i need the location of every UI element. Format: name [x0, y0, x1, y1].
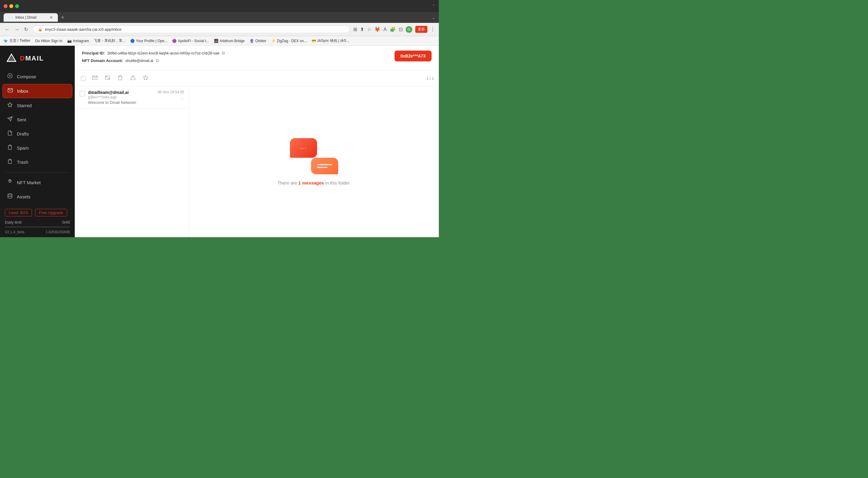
bubble-dots: ··· — [300, 144, 307, 151]
bookmark-instagram[interactable]: 📷Instagram — [67, 39, 89, 43]
logo: DMAIL — [0, 46, 75, 70]
sent-icon — [7, 116, 13, 123]
menu-icon[interactable]: ⋮ — [430, 27, 435, 32]
translate-icon[interactable]: ⊞ — [353, 27, 357, 32]
mark-unread-button[interactable] — [103, 74, 112, 83]
daily-limit-value: 0/40 — [62, 220, 70, 225]
copy-principal-icon[interactable]: ⧉ — [222, 50, 225, 56]
level-badge: Level: BAS — [5, 209, 32, 216]
star-toolbar-button[interactable] — [141, 74, 150, 83]
empty-state: ··· There are 1 messages in this folder. — [189, 87, 439, 237]
copy-nft-icon[interactable]: ⧉ — [156, 58, 159, 63]
chat-bubbles-illustration: ··· — [290, 138, 338, 174]
active-tab[interactable]: ✉️ Inbox | Dmail ✕ — [4, 13, 58, 22]
sidebar-item-label-nft: NFT Market — [17, 180, 41, 185]
sidebar-footer: Level: BAS Free Upgrade Daily limit 0/40… — [0, 204, 75, 237]
bookmark-zksync[interactable]: 💳zkSync 钱包 | zkS... — [312, 38, 349, 43]
bookmark-icon[interactable]: ☆ — [367, 27, 371, 32]
sidebar-item-sent[interactable]: Sent — [2, 113, 72, 127]
maximize-button[interactable] — [15, 4, 19, 8]
bookmark-apollo[interactable]: 🟣ApolloFi - Social t... — [172, 39, 209, 43]
progress-bar — [5, 226, 70, 228]
assets-icon — [7, 193, 13, 200]
sidebar-item-label-drafts: Drafts — [17, 131, 29, 136]
split-view-icon[interactable]: ⊡ — [399, 27, 403, 32]
nav-divider — [5, 172, 70, 173]
sidebar-item-inbox[interactable]: Inbox — [2, 84, 72, 98]
email-checkbox[interactable] — [80, 91, 85, 96]
select-all-checkbox[interactable] — [80, 76, 87, 81]
inbox-icon — [7, 88, 13, 95]
refresh-button[interactable]: ↻ — [23, 25, 29, 33]
logo-d: D — [20, 55, 25, 62]
url-bar[interactable]: 🔒 evyc3-ziaaa-aaaak-aam5a-cai.ic0.app/in… — [33, 26, 350, 33]
bookmark-hilton[interactable]: Go Hilton Sign In — [35, 39, 62, 43]
header-bar: Principal ID: 2kf6d-u46la-fdzyr-ls2em-kn… — [75, 46, 439, 71]
tab-close-button[interactable]: ✕ — [50, 15, 53, 20]
profile-icon[interactable]: G — [406, 26, 412, 33]
minimize-button[interactable] — [9, 4, 13, 8]
window-controls[interactable]: ⌃ — [432, 4, 435, 8]
sidebar-item-trash[interactable]: Trash — [2, 155, 72, 169]
sidebar-item-spam[interactable]: Spam — [2, 141, 72, 155]
sidebar-item-label-assets: Assets — [17, 194, 30, 199]
empty-count: 1 messages — [299, 180, 324, 185]
email-meta: 06 Nov 19:54:55 ☆ — [158, 90, 184, 102]
bookmark-profile[interactable]: 🔵Your Profile | Ope... — [130, 39, 167, 43]
page-count: 1 / 1 — [427, 76, 434, 81]
select-all-checkbox-box[interactable] — [81, 76, 86, 81]
delete-button[interactable] — [116, 74, 125, 83]
bookmark-zigzag[interactable]: ⚡ZigZag - DEX on... — [271, 39, 307, 43]
sidebar: DMAIL Compose Inbox Starred — [0, 46, 75, 237]
mark-read-button[interactable] — [90, 74, 99, 83]
secondary-nav-list: NFT Market Assets — [0, 176, 75, 204]
svg-marker-6 — [8, 103, 12, 107]
starred-icon — [7, 102, 13, 109]
sidebar-item-starred[interactable]: Starred — [2, 99, 72, 112]
sidebar-item-assets[interactable]: Assets — [2, 190, 72, 203]
upgrade-button[interactable]: Free Upgrade — [35, 209, 67, 216]
email-row[interactable]: dmailteam@dmail.ai g3bxv***soks-ege Welc… — [75, 87, 189, 109]
logo-icon — [6, 53, 17, 64]
main-content: Principal ID: 2kf6d-u46la-fdzyr-ls2em-kn… — [75, 46, 439, 237]
forward-button[interactable]: → — [13, 26, 21, 33]
header-info: Principal ID: 2kf6d-u46la-fdzyr-ls2em-kn… — [82, 50, 395, 66]
translate2-icon[interactable]: A — [383, 27, 387, 32]
bookmark-feike[interactable]: 飞客 - 享此刻，享... — [94, 38, 125, 43]
extension-icon[interactable]: 🦊 — [374, 27, 380, 32]
bubble-1: ··· — [290, 138, 317, 158]
sidebar-item-drafts[interactable]: Drafts — [2, 127, 72, 141]
new-tab-button[interactable]: + — [59, 13, 67, 22]
bookmark-arbitrum[interactable]: 🌉Arbitrum Bridge — [214, 39, 245, 43]
nav-list: Compose Inbox Starred Sent — [0, 70, 75, 169]
email-list-container: dmailteam@dmail.ai g3bxv***soks-ege Welc… — [75, 87, 439, 237]
wallet-button[interactable]: 0xB2e***A73 — [395, 50, 432, 61]
nft-row: NFT Domain Account: shuttle@dmail.ai ⧉ — [82, 58, 395, 63]
share-icon[interactable]: ⬆ — [360, 27, 364, 32]
email-time: 06 Nov 19:54:55 — [158, 90, 184, 94]
email-star-button[interactable]: ☆ — [180, 96, 184, 102]
bookmark-twitter[interactable]: 🐦主页 / Twitter — [4, 38, 30, 43]
header-top: Principal ID: 2kf6d-u46la-fdzyr-ls2em-kn… — [82, 50, 432, 66]
update-button[interactable]: 更新 — [415, 26, 427, 33]
version-row: V2.1.4_beta 1.82KB/200MB — [5, 230, 70, 234]
email-panel: dmailteam@dmail.ai g3bxv***soks-ege Welc… — [75, 87, 189, 237]
back-button[interactable]: ← — [4, 26, 11, 33]
puzzle-icon[interactable]: 🧩 — [390, 27, 396, 32]
empty-state-text: There are 1 messages in this folder. — [278, 180, 351, 185]
bubble-line-1 — [317, 164, 332, 165]
browser-minimize[interactable]: ⌄ — [432, 15, 435, 20]
trash-icon — [7, 159, 13, 166]
bookmark-orbiter[interactable]: 🔮Orbiter — [250, 39, 267, 43]
bubble-line-2 — [317, 167, 328, 168]
report-button[interactable] — [128, 74, 137, 83]
address-bar: ← → ↻ 🔒 evyc3-ziaaa-aaaak-aam5a-cai.ic0.… — [0, 23, 439, 36]
version-label: V2.1.4_beta — [5, 230, 24, 234]
close-button[interactable] — [4, 4, 7, 8]
nav-buttons: ← → ↻ — [4, 25, 29, 33]
sidebar-item-label-starred: Starred — [17, 103, 32, 108]
browser-toolbar: ⊞ ⬆ ☆ 🦊 A 🧩 ⊡ G 更新 ⋮ — [353, 26, 435, 33]
sidebar-item-compose[interactable]: Compose — [2, 70, 72, 83]
principal-row: Principal ID: 2kf6d-u46la-fdzyr-ls2em-kn… — [82, 50, 395, 56]
sidebar-item-nft-market[interactable]: NFT Market — [2, 176, 72, 189]
